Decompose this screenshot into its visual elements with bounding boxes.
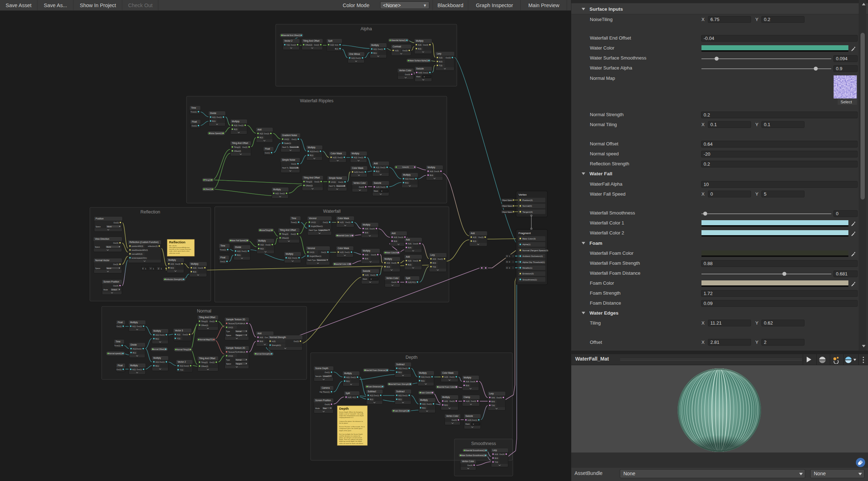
- svg-text:Multiply: Multiply: [464, 376, 471, 379]
- svg-text:Normal: Normal: [236, 331, 241, 332]
- svg-text:Normal Vector: Normal Vector: [95, 259, 109, 262]
- svg-text:Normal Strength(1): Normal Strength(1): [256, 353, 271, 355]
- svg-text:Out(2): Out(2): [238, 124, 244, 126]
- svg-text:1: 1: [509, 255, 510, 257]
- svg-text:Default: Default: [112, 289, 117, 291]
- svg-text:Out(1): Out(1): [137, 368, 142, 371]
- svg-text:UV(2): UV(2): [311, 221, 316, 223]
- svg-text:Mask:: Mask:: [374, 190, 378, 192]
- svg-text:Out(2): Out(2): [265, 244, 271, 246]
- svg-text:Out(4): Out(4): [496, 397, 502, 399]
- svg-text:A(1): A(1): [405, 178, 409, 180]
- svg-text:Mask:: Mask:: [465, 423, 470, 425]
- svg-text:Multiply: Multiply: [153, 357, 161, 360]
- svg-text:Base Color(3): Base Color(3): [522, 238, 536, 240]
- svg-text:Out(1): Out(1): [427, 403, 432, 405]
- svg-text:Foam Color(4): Foam Color(4): [420, 392, 433, 394]
- svg-text:Sample Texture 2D: Sample Texture 2D: [226, 318, 245, 321]
- svg-text:Swizzle: Swizzle: [374, 182, 382, 184]
- svg-text:B(3): B(3): [433, 262, 436, 264]
- svg-text:In(1): In(1): [351, 57, 355, 59]
- svg-text:Out(2): Out(2): [264, 133, 269, 135]
- svg-text:Tiling(2): Tiling(2): [306, 181, 312, 183]
- svg-text:B(1): B(1): [155, 365, 159, 367]
- svg-text:Y(1): Y(1): [180, 369, 183, 371]
- svg-text:B(2): B(2): [234, 128, 238, 130]
- svg-text:A(1): A(1): [237, 250, 241, 252]
- svg-text:Time: Time: [291, 217, 296, 219]
- svg-text:Out(2): Out(2): [242, 146, 247, 148]
- svg-text:Out(2): Out(2): [291, 233, 296, 235]
- svg-text:B(4): B(4): [430, 174, 433, 176]
- svg-text:T(3): T(3): [433, 266, 436, 268]
- svg-text:B(4): B(4): [408, 247, 412, 249]
- svg-text:Space: Space: [226, 334, 231, 336]
- svg-text:Time(1): Time(1): [291, 221, 297, 223]
- svg-text:Water Color(4): Water Color(4): [386, 252, 398, 254]
- svg-text:Split: Split: [346, 392, 350, 395]
- svg-text:Gradient Noise: Gradient Noise: [282, 134, 297, 136]
- svg-text:Waterfall Color 2(4): Waterfall Color 2(4): [335, 263, 351, 265]
- svg-text:Multiply: Multiply: [420, 399, 428, 402]
- svg-text:Waterfall Foam Distance(1): Waterfall Foam Distance(1): [365, 369, 387, 371]
- svg-text:Normal Offset(1): Normal Offset(1): [152, 348, 166, 350]
- svg-text:Screen Position: Screen Position: [103, 280, 119, 283]
- svg-text:A(4): A(4): [260, 336, 263, 338]
- svg-text:Voronoi: Voronoi: [309, 217, 316, 219]
- svg-text:Multiply: Multiply: [363, 223, 371, 226]
- svg-text:Out(4): Out(4): [470, 381, 475, 383]
- svg-text:Out(4): Out(4): [405, 73, 410, 76]
- svg-text:Out(1): Out(1): [137, 325, 142, 327]
- svg-text:R(1): R(1): [412, 281, 416, 283]
- svg-text:1: 1: [153, 268, 154, 270]
- svg-text:View Direction: View Direction: [95, 238, 109, 240]
- svg-text:X(1): X(1): [180, 365, 183, 367]
- svg-text:Out(1): Out(1): [337, 156, 343, 159]
- svg-text:UV(2): UV(2): [310, 251, 315, 253]
- svg-text:Depth: Depth: [339, 407, 349, 410]
- svg-text:In(3): In(3): [340, 221, 344, 223]
- svg-text:reflection(3): reflection(3): [148, 245, 158, 247]
- svg-text:Add: Add: [257, 128, 262, 131]
- svg-text:Depth: Depth: [405, 355, 417, 360]
- svg-text:A(3): A(3): [193, 267, 196, 269]
- svg-text:Water Surface Alpha(1): Water Surface Alpha(1): [409, 60, 428, 62]
- svg-text:Out(3): Out(3): [402, 50, 408, 52]
- svg-text:Vector 2: Vector 2: [284, 40, 293, 42]
- svg-text:positionWS(3): positionWS(3): [132, 245, 143, 247]
- svg-text:Tiling And Offset: Tiling And Offset: [303, 40, 320, 42]
- svg-text:A(1): A(1): [133, 348, 136, 350]
- svg-text:Foam Distance(1): Foam Distance(1): [367, 386, 382, 388]
- svg-text:A(3): A(3): [473, 236, 476, 238]
- svg-text:Out(3): Out(3): [478, 236, 484, 238]
- svg-text:B(1): B(1): [373, 52, 377, 54]
- svg-text:B(3): B(3): [473, 240, 476, 242]
- svg-text:Far Plane(1): Far Plane(1): [320, 391, 330, 393]
- svg-text:Out(3): Out(3): [113, 242, 118, 244]
- svg-text:Time(1): Time(1): [220, 249, 226, 251]
- svg-text:B(1): B(1): [376, 170, 379, 172]
- svg-text:normalWS(3): normalWS(3): [132, 253, 143, 255]
- svg-text:In(4): In(4): [466, 400, 470, 402]
- svg-text:Waterfall Ripples: Waterfall Ripples: [300, 98, 333, 103]
- svg-text:One Minus: One Minus: [349, 53, 360, 55]
- svg-text:Out(2): Out(2): [209, 320, 215, 322]
- svg-text:Position(3): Position(3): [522, 199, 533, 201]
- svg-text:B(2): B(2): [260, 248, 264, 250]
- svg-text:reflection result.: reflection result.: [169, 252, 180, 254]
- svg-text:In(3): In(3): [395, 50, 399, 52]
- svg-text:Out(1): Out(1): [409, 178, 414, 180]
- svg-text:Swizzle: Swizzle: [363, 270, 371, 272]
- svg-text:UV(2): UV(2): [228, 326, 233, 329]
- svg-text:Hash Type: Hash Type: [309, 229, 317, 231]
- svg-text:B(1): B(1): [133, 352, 136, 354]
- svg-text:Multiply: Multiply: [232, 120, 240, 123]
- svg-text:Tiling(2): Tiling(2): [201, 320, 208, 322]
- svg-text:B(1): B(1): [398, 371, 402, 373]
- svg-text:Out(3): Out(3): [175, 263, 180, 265]
- svg-text:A(2): A(2): [275, 192, 279, 195]
- svg-text:Scale(1): Scale(1): [284, 142, 291, 144]
- svg-text:Multiply: Multiply: [286, 253, 293, 255]
- svg-text:A(4): A(4): [365, 254, 368, 256]
- svg-text:B(1): B(1): [335, 48, 338, 50]
